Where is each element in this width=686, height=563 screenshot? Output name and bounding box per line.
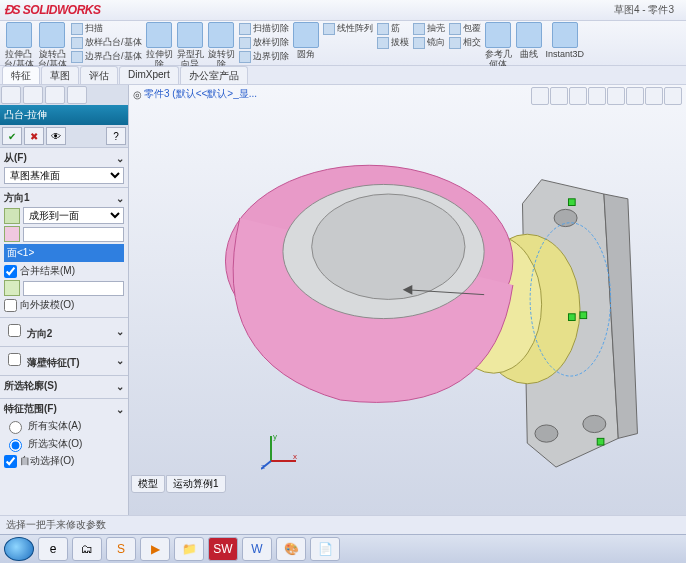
status-bar: 选择一把手来修改参数 [0,515,686,534]
preview-button[interactable]: 👁 [46,127,66,145]
collapse-icon[interactable]: ⌄ [116,381,124,392]
extrusion-preview [225,165,512,402]
tab-features[interactable]: 特征 [2,66,40,84]
sketch-handle[interactable] [568,199,575,206]
ribbon-boundary[interactable]: 边界凸台/基体 [71,50,142,63]
tab-dimxpert[interactable]: DimXpert [119,66,179,84]
ribbon-instant3d[interactable]: Instant3D [546,22,585,59]
ribbon-extrude-boss[interactable]: 拉伸凸台/基体 [4,22,34,69]
ribbon-revolve-boss[interactable]: 旋转凸台/基体 [38,22,68,69]
ribbon-loft-cut[interactable]: 放样切除 [239,36,289,49]
svg-text:x: x [293,452,297,461]
taskbar-sogou[interactable]: S [106,537,136,561]
start-button[interactable] [4,537,34,561]
taskbar-ie[interactable]: e [38,537,68,561]
bottom-tabs: 模型 运动算例1 [131,475,227,493]
collapse-icon[interactable]: ⌄ [116,355,124,366]
svg-text:z: z [261,462,265,471]
thin-checkbox[interactable] [8,353,21,366]
document-title: 草图4 - 零件3 [614,3,674,17]
ribbon-revolve-cut[interactable]: 旋转切除 [208,22,235,69]
svg-point-9 [312,194,465,299]
doc-tab-link[interactable]: 零件3 (默认<<默认>_显... [144,87,257,101]
ribbon-hole-wizard[interactable]: 异型孔向导 [177,22,204,69]
ribbon-fillet[interactable]: 圆角 [293,22,319,59]
ribbon-curves[interactable]: 曲线 [516,22,542,59]
model-view[interactable] [129,103,686,515]
ok-button[interactable]: ✔ [2,127,22,145]
collapse-icon[interactable]: ⌄ [116,193,124,204]
taskbar-word[interactable]: W [242,537,272,561]
ribbon-rib[interactable]: 筋 [377,22,409,35]
direction-field[interactable] [23,227,124,242]
taskbar-file[interactable]: 📄 [310,537,340,561]
tab-evaluate[interactable]: 评估 [80,66,118,84]
pm-title: 凸台-拉伸 [0,105,128,125]
taskbar-explorer[interactable]: 🗂 [72,537,102,561]
ribbon-wrap[interactable]: 包覆 [449,22,481,35]
ribbon-boundary-cut[interactable]: 边界切除 [239,50,289,63]
svg-point-3 [583,415,606,432]
svg-text:y: y [273,432,277,441]
view-triad[interactable]: y x z [261,431,301,471]
end-condition-select[interactable]: 成形到一面 [23,207,124,224]
ribbon-sweep-cut[interactable]: 扫描切除 [239,22,289,35]
selected-face[interactable]: 面<1> [4,244,124,262]
svg-point-2 [554,209,577,226]
merge-checkbox[interactable] [4,265,17,278]
draft-field[interactable] [23,281,124,296]
sketch-handle[interactable] [580,312,587,319]
collapse-icon[interactable]: ⌄ [116,153,124,164]
tab-sketch[interactable]: 草图 [41,66,79,84]
svg-point-4 [535,425,558,442]
from-select[interactable]: 草图基准面 [4,167,124,184]
draft-outward-checkbox[interactable] [4,299,17,312]
pm-section-scope: 特征范围(F)⌄ 所有实体(A) 所选实体(O) 自动选择(O) [0,398,128,473]
ribbon-shell[interactable]: 抽壳 [413,22,445,35]
ribbon-mirror[interactable]: 镜向 [413,36,445,49]
pm-section-direction2: 方向2⌄ [0,317,128,346]
command-tabs: 特征 草图 评估 DimXpert 办公室产品 [0,66,686,85]
ribbon-pattern[interactable]: 线性阵列 [323,22,373,35]
ribbon-ref-geom[interactable]: 参考几何体 [485,22,512,69]
reverse-icon[interactable] [4,208,20,224]
direction-icon[interactable] [4,226,20,242]
ribbon-extrude-cut[interactable]: 拉伸切除 [146,22,173,69]
dir2-checkbox[interactable] [8,324,21,337]
viewport[interactable]: ◎ 零件3 (默认<<默认>_显... [129,85,686,515]
pm-tab-4[interactable] [67,86,87,104]
draft-icon[interactable] [4,280,20,296]
scope-selected-radio[interactable] [9,439,22,452]
btm-tab-motion[interactable]: 运动算例1 [166,475,226,493]
pm-tabs [0,85,128,105]
taskbar-folder[interactable]: 📁 [174,537,204,561]
collapse-icon[interactable]: ⌄ [116,326,124,337]
titlebar: ƉS SOLIDWORKS 草图4 - 零件3 [0,0,686,21]
ribbon-intersect[interactable]: 相交 [449,36,481,49]
doc-breadcrumb: ◎ 零件3 (默认<<默认>_显... [133,87,257,101]
pm-tab-1[interactable] [1,86,21,104]
pm-section-thin: 薄壁特征(T)⌄ [0,346,128,375]
ribbon-sweep[interactable]: 扫描 [71,22,142,35]
ribbon-loft[interactable]: 放样凸台/基体 [71,36,142,49]
pm-section-direction1: 方向1⌄ 成形到一面 面<1> 合并结果(M) 向外拔模(O) [0,187,128,317]
cancel-button[interactable]: ✖ [24,127,44,145]
sketch-handle[interactable] [597,438,604,445]
taskbar-media[interactable]: ▶ [140,537,170,561]
taskbar-solidworks[interactable]: SW [208,537,238,561]
collapse-icon[interactable]: ⌄ [116,404,124,415]
ribbon: 拉伸凸台/基体 旋转凸台/基体 扫描 放样凸台/基体 边界凸台/基体 拉伸切除 … [0,21,686,66]
scope-auto-checkbox[interactable] [4,455,17,468]
pm-tab-2[interactable] [23,86,43,104]
ribbon-draft[interactable]: 拔模 [377,36,409,49]
btm-tab-model[interactable]: 模型 [131,475,165,493]
pm-section-from: 从(F)⌄ 草图基准面 [0,147,128,187]
taskbar-paint[interactable]: 🎨 [276,537,306,561]
app-logo: ƉS SOLIDWORKS [4,3,101,17]
pm-section-contours: 所选轮廓(S)⌄ [0,375,128,398]
scope-all-radio[interactable] [9,421,22,434]
help-button[interactable]: ? [106,127,126,145]
sketch-handle[interactable] [568,314,575,321]
tab-office[interactable]: 办公室产品 [180,66,248,84]
pm-tab-3[interactable] [45,86,65,104]
